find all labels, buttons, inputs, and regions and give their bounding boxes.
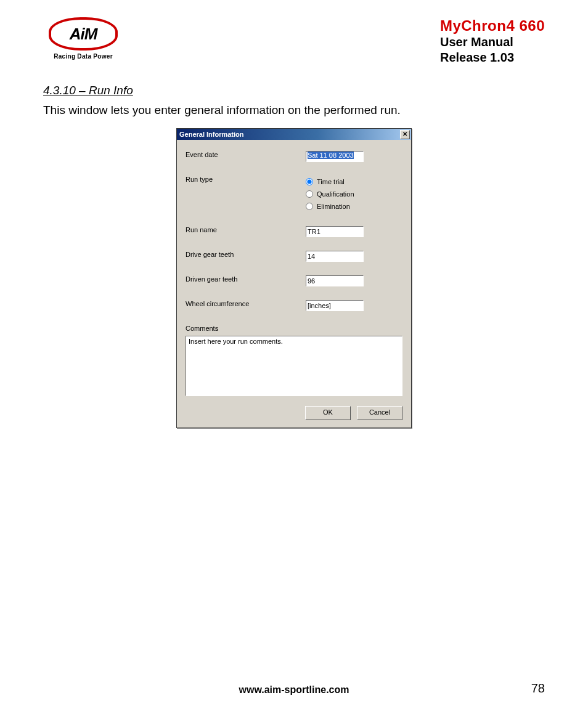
run-type-option-elimination[interactable]: Elimination: [306, 200, 402, 213]
close-icon[interactable]: ✕: [400, 130, 410, 139]
page-number: 78: [531, 681, 545, 696]
run-type-option-time-trial[interactable]: Time trial: [306, 176, 402, 188]
aim-logo-icon: AiM: [49, 17, 118, 51]
event-date-input[interactable]: Sat 11 08 2003: [306, 151, 364, 162]
logo-tagline: Racing Data Power: [43, 53, 123, 60]
radio-qualification[interactable]: [306, 190, 313, 198]
radio-label: Time trial: [317, 178, 345, 185]
product-name: MyChron4 660: [440, 17, 545, 34]
doc-subtitle-2: Release 1.03: [440, 50, 545, 65]
run-name-input[interactable]: [306, 226, 364, 237]
driven-gear-input[interactable]: [306, 275, 364, 286]
run-type-label: Run type: [186, 176, 306, 183]
doc-subtitle-1: User Manual: [440, 34, 545, 50]
event-date-label: Event date: [186, 151, 306, 158]
cancel-button[interactable]: Cancel: [357, 406, 402, 420]
page-header: AiM Racing Data Power MyChron4 660 User …: [43, 17, 545, 65]
wheel-circumference-label: Wheel circumference: [186, 300, 306, 307]
comments-textarea[interactable]: [186, 336, 402, 396]
comments-label: Comments: [186, 325, 402, 332]
wheel-circumference-input[interactable]: [306, 300, 364, 311]
section-heading: 4.3.10 – Run Info: [43, 84, 545, 97]
general-information-dialog: General Information ✕ Event date Sat 11 …: [176, 128, 412, 428]
run-type-option-qualification[interactable]: Qualification: [306, 188, 402, 200]
radio-label: Elimination: [317, 203, 350, 210]
footer-url: www.aim-sportline.com: [0, 684, 588, 696]
title-block: MyChron4 660 User Manual Release 1.03: [440, 17, 545, 65]
driven-gear-label: Driven gear teeth: [186, 275, 306, 283]
radio-elimination[interactable]: [306, 203, 313, 210]
dialog-title: General Information: [179, 131, 244, 138]
ok-button[interactable]: OK: [305, 406, 351, 420]
drive-gear-label: Drive gear teeth: [186, 251, 306, 258]
radio-time-trial[interactable]: [306, 178, 313, 185]
dialog-titlebar[interactable]: General Information ✕: [177, 129, 411, 140]
logo-text: AiM: [70, 25, 97, 44]
drive-gear-input[interactable]: [306, 251, 364, 262]
logo-block: AiM Racing Data Power: [43, 17, 123, 60]
radio-label: Qualification: [317, 190, 354, 198]
section-body: This window lets you enter general infor…: [43, 103, 545, 117]
run-name-label: Run name: [186, 226, 306, 233]
